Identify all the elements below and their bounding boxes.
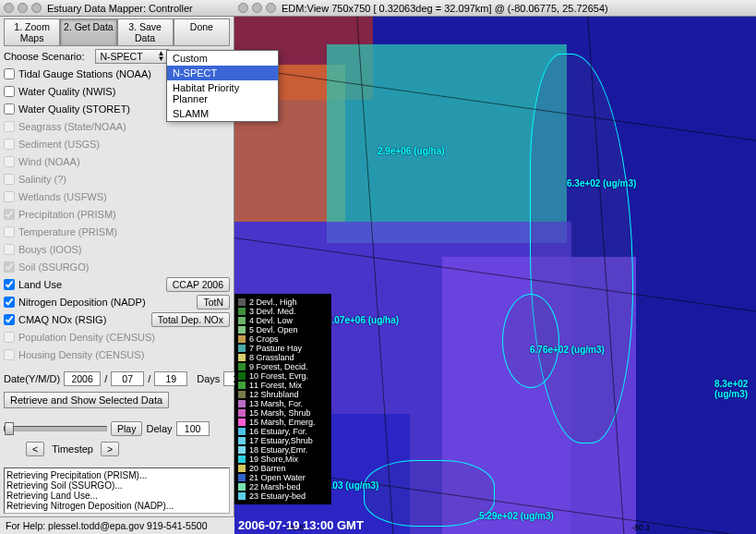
legend-label: 23 Estuary-bed: [249, 492, 306, 501]
date-day-field[interactable]: [154, 371, 187, 386]
tab-2-get-data[interactable]: 2. Get Data: [60, 18, 116, 46]
layer-row: Temperature (PRISM): [4, 224, 230, 240]
layer-row: Wind (NOAA): [4, 153, 230, 170]
zoom-dot[interactable]: [266, 3, 276, 13]
layer-checkbox[interactable]: Water Quality (STORET): [4, 103, 130, 115]
tab-1-zoom-maps[interactable]: 1. Zoom Maps: [4, 18, 60, 46]
layer-checkbox[interactable]: Nitrogen Deposition (NADP): [4, 297, 146, 308]
min-dot[interactable]: [18, 3, 28, 13]
layer-checkbox-input: [4, 332, 15, 343]
legend-row: 19 Shore,Mix: [238, 455, 326, 464]
scenario-option[interactable]: N-SPECT: [167, 66, 278, 80]
layer-checkbox-input[interactable]: [4, 297, 15, 308]
delay-field[interactable]: [176, 421, 210, 436]
layer-row: Precipitation (PRISM): [4, 206, 230, 223]
layer-checkbox-input[interactable]: [4, 68, 15, 79]
map-value-label: 1.03 (ug/m3): [325, 480, 378, 491]
close-dot[interactable]: [238, 3, 248, 13]
layer-checkbox[interactable]: Tidal Gauge Stations (NOAA): [4, 68, 151, 79]
legend-label: 22 Marsh-bed: [249, 482, 301, 492]
log-line: Retrieving Nitrogen Deposition (NADP)...: [6, 501, 227, 511]
legend-swatch: [238, 308, 246, 315]
legend-label: 6 Crops: [249, 334, 279, 344]
legend-swatch: [238, 363, 246, 370]
date-month-field[interactable]: [111, 371, 144, 386]
legend-row: 6 Crops: [238, 334, 326, 344]
map-view[interactable]: 2.9e+06 (ug/ha)6.3e+02 (ug/m3)6.76e+02 (…: [234, 17, 756, 534]
layer-checkbox-input: [4, 209, 15, 220]
time-slider[interactable]: [4, 426, 107, 431]
retrieve-button[interactable]: Retrieve and Show Selected Data: [4, 392, 169, 408]
scenario-dropdown[interactable]: N-SPECT ▲▼: [95, 49, 169, 64]
play-button[interactable]: Play: [111, 421, 142, 436]
layer-checkbox[interactable]: Water Quality (NWIS): [4, 86, 115, 97]
timestep-next-button[interactable]: >: [101, 442, 119, 456]
scenario-option[interactable]: Habitat Priority Planner: [167, 80, 278, 106]
landuse-legend: 2 Devl., High3 Devl. Med.4 Devl. Low5 De…: [234, 294, 331, 504]
log-output[interactable]: Retrieving Precipitation (PRISM)...Retri…: [4, 467, 230, 514]
layer-aux-button[interactable]: CCAP 2006: [166, 277, 230, 292]
scenario-popup[interactable]: CustomN-SPECTHabitat Priority PlannerSLA…: [166, 50, 279, 122]
layer-checkbox[interactable]: CMAQ NOx (RSIG): [4, 314, 106, 325]
layer-row: Land UseCCAP 2006: [4, 276, 230, 293]
layer-checkbox-input[interactable]: [4, 103, 15, 115]
zoom-dot[interactable]: [31, 3, 42, 13]
time-slider-thumb[interactable]: [5, 422, 14, 435]
layer-label: Land Use: [18, 279, 62, 290]
log-line: Retrieving Soil (SSURGO)...: [6, 480, 227, 491]
legend-label: 10 Forest, Evrg.: [249, 371, 308, 381]
legend-label: 11 Forest, Mix: [249, 381, 302, 390]
layer-checkbox-input[interactable]: [4, 86, 15, 97]
min-dot[interactable]: [252, 3, 262, 13]
layer-checkbox: Housing Density (CENSUS): [4, 349, 144, 360]
tab-3-save-data[interactable]: 3. Save Data: [117, 18, 174, 46]
view-window-controls: [238, 3, 276, 13]
legend-label: 4 Devl. Low: [249, 316, 293, 325]
layer-aux-button[interactable]: TotN: [197, 295, 230, 309]
layer-checkbox-input[interactable]: [4, 279, 15, 290]
legend-row: 7 Pasture Hay: [238, 344, 326, 353]
layer-checkbox-input: [4, 349, 15, 360]
date-year-field[interactable]: [64, 371, 101, 386]
legend-label: 5 Devl. Open: [249, 325, 298, 334]
legend-label: 8 Grassland: [249, 353, 294, 362]
close-dot[interactable]: [4, 3, 14, 13]
legend-row: 2 Devl., High: [238, 297, 326, 307]
legend-swatch: [238, 345, 246, 352]
layer-row: Sediment (USGS): [4, 136, 230, 152]
map-date-overlay: 2006-07-19 13:00 GMT: [234, 516, 367, 534]
layer-row: Population Density (CENSUS): [4, 329, 230, 346]
layer-row: CMAQ NOx (RSIG)Total Dep. NOx: [4, 311, 230, 328]
layer-checkbox: Precipitation (PRISM): [4, 209, 116, 220]
layer-label: Precipitation (PRISM): [18, 209, 116, 220]
view-titlebar: EDM:View 750x750 [ 0.32063deg = 32.097km…: [234, 0, 756, 17]
timestep-prev-button[interactable]: <: [26, 442, 44, 456]
layer-checkbox-input[interactable]: [4, 314, 15, 325]
scenario-option[interactable]: SLAMM: [167, 106, 278, 121]
tab-row: 1. Zoom Maps2. Get Data3. Save DataDone: [4, 18, 230, 46]
play-row: Play Delay: [4, 420, 230, 437]
scenario-option[interactable]: Custom: [167, 51, 278, 66]
legend-row: 15 Marsh, Emerg.: [238, 418, 326, 427]
layer-checkbox: Sediment (USGS): [4, 139, 100, 150]
legend-swatch: [238, 354, 246, 361]
layer-checkbox[interactable]: Land Use: [4, 279, 62, 290]
help-footer: For Help: plessel.todd@epa.gov 919-541-5…: [0, 516, 234, 534]
layer-checkbox: Wind (NOAA): [4, 156, 80, 167]
legend-row: 20 Barren: [238, 464, 326, 473]
legend-label: 21 Open Water: [249, 473, 306, 482]
layer-row: Bouys (IOOS): [4, 241, 230, 258]
layer-label: CMAQ NOx (RSIG): [18, 314, 106, 325]
layer-checkbox-input: [4, 226, 15, 237]
date-row: Date(Y/M/D) / / Days: [4, 370, 230, 387]
legend-label: 17 Estuary,Shrub: [249, 436, 313, 445]
tab-done[interactable]: Done: [174, 18, 230, 46]
legend-swatch: [238, 391, 246, 398]
choose-scenario-label: Choose Scenario:: [4, 51, 84, 62]
layer-label: Tidal Gauge Stations (NOAA): [18, 68, 151, 79]
layer-checkbox-input: [4, 139, 15, 150]
layer-aux-button[interactable]: Total Dep. NOx: [151, 312, 230, 327]
legend-swatch: [238, 474, 246, 481]
layer-checkbox-input: [4, 191, 15, 202]
layer-row: Nitrogen Deposition (NADP)TotN: [4, 294, 230, 310]
